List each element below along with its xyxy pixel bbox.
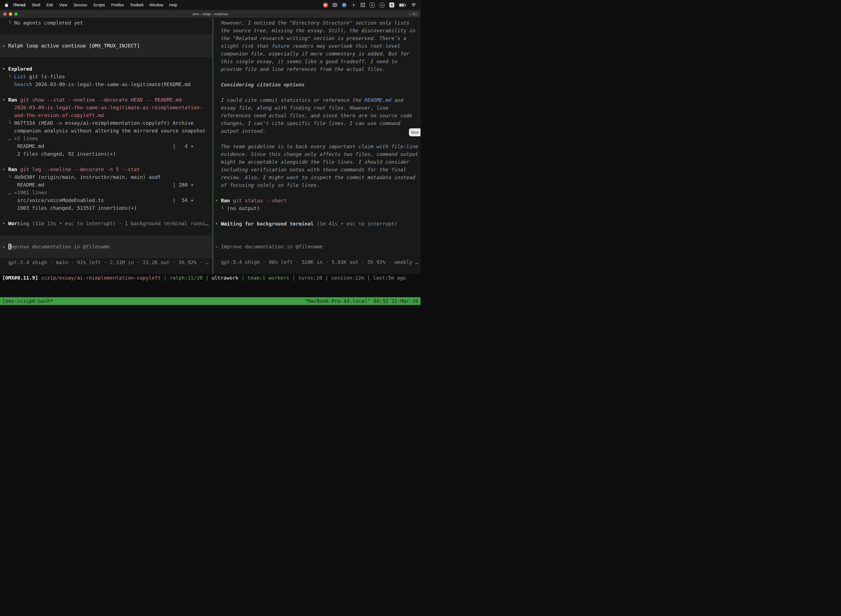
text-segment: └ — [215, 205, 227, 211]
terminal-line: 2026-03-09-is-legal-the-same-as-legitima… — [2, 104, 212, 111]
terminal-line — [215, 212, 420, 220]
text-segment: the source tree, missing the essay. Stil… — [215, 28, 415, 34]
reasoning-text: slight risk that future readers may over… — [215, 42, 420, 50]
terminal-line — [2, 227, 212, 235]
text-segment: (11m 13s • esc to interrupt) · 1 backgro… — [29, 220, 209, 226]
zoom-button[interactable] — [14, 12, 18, 16]
text-segment: I could cite commit statistics or refere… — [215, 97, 365, 103]
text-segment: › — [215, 244, 221, 249]
terminal-line — [215, 228, 420, 243]
screen-recording-icon[interactable] — [323, 3, 328, 7]
terminal-line — [2, 88, 212, 96]
text-segment: | — [322, 275, 331, 281]
tmux-session-label: [omx-cczip0:bash* — [2, 297, 53, 305]
menu-item-iterm2[interactable]: iTerm2 — [10, 3, 29, 7]
text-segment: Wor — [8, 220, 18, 226]
terminal-line — [215, 73, 420, 81]
terminal-line: and-the-erosion-of-copyleft.md — [2, 111, 212, 119]
menu-item-shell[interactable]: Shell — [29, 3, 43, 7]
text-segment — [17, 97, 20, 103]
text-segment: 2 files changed, 92 insertions(+) — [2, 151, 116, 157]
text-segment: might be acceptable alongside the file l… — [215, 159, 409, 165]
text-segment: companion analysis without altering the … — [2, 128, 205, 133]
grid-icon[interactable] — [333, 3, 337, 7]
text-segment: … +2 lines — [8, 135, 38, 141]
text-segment: ultrawork — [212, 275, 239, 281]
text-segment: List — [14, 74, 26, 79]
terminal-line — [215, 89, 420, 96]
ran-git-log: • Ran git log --oneline --decorate -n 5 … — [2, 166, 212, 173]
prompt-input[interactable]: › Improve documentation in @filename — [215, 243, 420, 251]
bottom-spacer — [0, 282, 420, 297]
text-segment — [2, 81, 14, 87]
blue-app-icon[interactable] — [342, 3, 347, 7]
wifi-icon[interactable] — [411, 3, 416, 7]
menu-item-help[interactable]: Help — [166, 3, 180, 7]
text-segment: changes, I can't cite specific file line… — [215, 120, 400, 126]
text-segment: | — [364, 275, 373, 281]
menu-item-edit[interactable]: Edit — [43, 3, 56, 7]
window-title-bar: omx --xhigh --madmax ⌥⌘1 — [0, 10, 420, 18]
menu-item-session[interactable]: Session — [70, 3, 90, 7]
menu-item-profiles[interactable]: Profiles — [108, 3, 127, 7]
minimize-button[interactable] — [9, 12, 12, 16]
close-button[interactable] — [3, 12, 7, 16]
text-segment: Ralph loop active continue [OMX_TMUX_INJ… — [8, 43, 140, 48]
text-segment: | — [289, 275, 298, 281]
text-segment: git show --stat --oneline --decorate HEA… — [20, 97, 182, 103]
reasoning-text: companion file, especially if more comme… — [215, 50, 420, 58]
text-segment: • — [2, 66, 8, 72]
menu-item-view[interactable]: View — [56, 3, 70, 7]
text-segment: git log --oneline --decorate -n 5 --stat — [20, 166, 140, 172]
text-segment: king — [17, 220, 29, 226]
dots-grid-icon[interactable] — [360, 3, 365, 7]
input-source-icon[interactable]: A — [389, 3, 394, 7]
explored-header: • Explored — [2, 65, 212, 73]
text-segment: Ran — [8, 166, 18, 172]
terminal-line — [2, 212, 212, 220]
meter-61-icon[interactable]: .61 — [379, 3, 385, 8]
text-segment: git status --short — [233, 198, 287, 203]
terminal-line — [215, 135, 420, 143]
reasoning-text: references need actual files, and since … — [215, 112, 420, 119]
text-segment: README.md | 280 + — [2, 182, 194, 188]
menu-item-window[interactable]: Window — [147, 3, 166, 7]
screen-sharing-tab[interactable]: Scre — [409, 128, 420, 136]
text-segment: src/voice/voiceModeEnabled.ts | 54 + — [2, 197, 194, 203]
right-terminal-pane[interactable]: However, I noticed the "Directory Struct… — [213, 18, 420, 274]
text-segment: └ — [2, 174, 14, 180]
waiting-status: • Waiting for background terminal (1m 41… — [215, 220, 420, 228]
text-segment: review. Also, I might want to inspect th… — [215, 175, 415, 180]
menu-item-scripts[interactable]: Scripts — [90, 3, 108, 7]
no-agents-line: └ No agents completed yet — [2, 19, 212, 27]
terminal-line — [215, 189, 420, 197]
prompt-input[interactable]: › Improve documentation in @filename — [0, 235, 212, 258]
text-segment: (no output) — [227, 205, 259, 211]
battery-icon[interactable] — [399, 3, 406, 7]
explored-list-item: └ List git ls-files — [2, 73, 212, 81]
key-8-icon[interactable]: 8 — [370, 3, 375, 7]
text-segment: essay file, along with finding root file… — [215, 105, 388, 111]
text-segment: Ran — [8, 97, 18, 103]
text-segment: • — [2, 220, 8, 226]
terminal-line: └ 4b9d30f (origin/main, instructkr/main,… — [2, 173, 212, 181]
window-shortcut-badge: ⌥⌘1 — [408, 12, 418, 16]
text-segment: gpt-5.4 xhigh · main · 91% left · 2.31M … — [2, 260, 209, 265]
text-segment: | — [202, 275, 212, 281]
text-segment: However, I noticed the "Directory Struct… — [215, 20, 409, 26]
ran-git-status: • Ran git status --short — [215, 197, 420, 204]
text-segment: README.md — [365, 97, 391, 103]
reasoning-text: output instead. — [215, 127, 420, 135]
left-terminal-pane[interactable]: └ No agents completed yet› Ralph loop ac… — [0, 18, 212, 274]
text-segment — [2, 135, 8, 141]
text-segment: 067f154 (HEAD -> essay/ai-reimplementati… — [14, 120, 193, 126]
apple-logo-icon[interactable] — [4, 3, 10, 7]
text-segment: └ — [2, 74, 14, 79]
menu-item-toolbelt[interactable]: Toolbelt — [127, 3, 147, 7]
text-segment: slight risk that future readers may over… — [215, 43, 400, 49]
terminal-line: README.md | 4 + — [2, 142, 212, 150]
reasoning-text: I could cite commit statistics or refere… — [215, 96, 420, 104]
text-segment: Explored — [8, 66, 32, 72]
terminal-panes: └ No agents completed yet› Ralph loop ac… — [0, 18, 420, 274]
dark-app-icon[interactable] — [351, 3, 356, 7]
